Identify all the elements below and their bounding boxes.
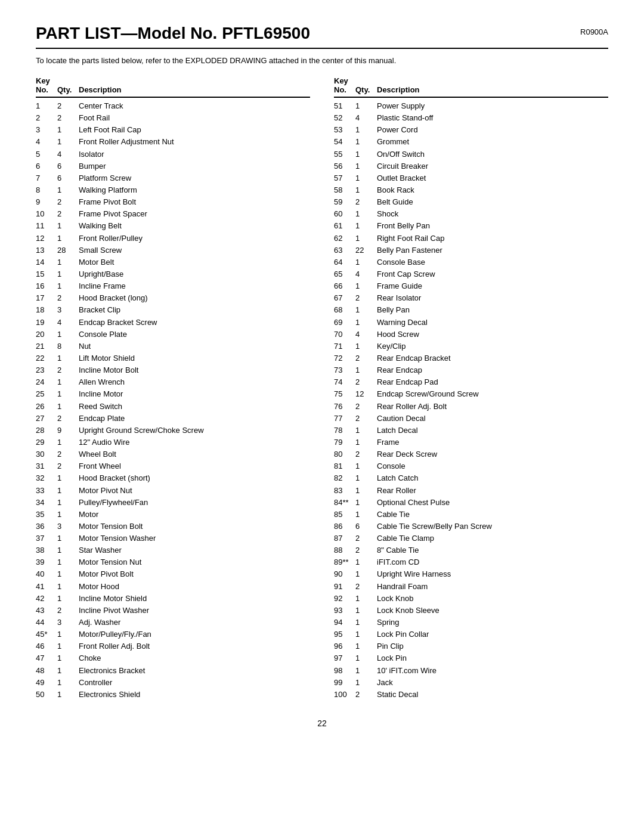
part-desc: Foot Rail bbox=[79, 112, 310, 124]
list-item: 872Cable Tie Clamp bbox=[334, 532, 608, 544]
part-desc: Power Cord bbox=[377, 124, 608, 136]
list-item: 581Book Rack bbox=[334, 184, 608, 196]
part-qty: 1 bbox=[355, 665, 377, 677]
part-qty: 6 bbox=[57, 160, 79, 172]
left-col-header: Key bbox=[36, 76, 310, 85]
right-column: Key No. Qty. Description 511Power Supply… bbox=[334, 76, 608, 701]
list-item: 183Bracket Clip bbox=[36, 304, 310, 316]
part-qty: 1 bbox=[355, 317, 377, 329]
list-item: 802Rear Deck Screw bbox=[334, 448, 608, 460]
list-item: 312Front Wheel bbox=[36, 460, 310, 472]
part-qty: 1 bbox=[355, 220, 377, 232]
part-qty: 1 bbox=[355, 677, 377, 689]
part-no: 57 bbox=[334, 172, 355, 184]
part-no: 20 bbox=[36, 329, 57, 340]
part-qty: 1 bbox=[355, 233, 377, 244]
part-desc: Static Decal bbox=[377, 689, 608, 701]
part-no: 97 bbox=[334, 652, 355, 664]
part-qty: 9 bbox=[57, 425, 79, 436]
part-no: 11 bbox=[36, 220, 57, 232]
part-no: 100 bbox=[334, 689, 355, 701]
part-qty: 1 bbox=[57, 268, 79, 280]
part-qty: 1 bbox=[355, 172, 377, 184]
part-qty: 2 bbox=[355, 196, 377, 208]
list-item: 351Motor bbox=[36, 509, 310, 521]
part-no: 12 bbox=[36, 233, 57, 244]
part-qty: 1 bbox=[355, 617, 377, 628]
part-no: 67 bbox=[334, 292, 355, 304]
part-desc: Pin Clip bbox=[377, 640, 608, 652]
part-no: 31 bbox=[36, 460, 57, 472]
part-qty: 1 bbox=[355, 436, 377, 448]
part-qty: 2 bbox=[355, 532, 377, 544]
list-item: 781Latch Decal bbox=[334, 425, 608, 436]
part-no: 21 bbox=[36, 340, 57, 352]
part-desc: Incline Pivot Washer bbox=[79, 605, 310, 617]
list-item: 218Nut bbox=[36, 340, 310, 352]
part-desc: 12" Audio Wire bbox=[79, 436, 310, 448]
list-item: 443Adj. Washer bbox=[36, 617, 310, 628]
list-item: 41Front Roller Adjustment Nut bbox=[36, 136, 310, 148]
list-item: 7512Endcap Screw/Ground Screw bbox=[334, 388, 608, 400]
part-desc: Front Belly Pan bbox=[377, 220, 608, 232]
part-no: 5 bbox=[36, 148, 57, 160]
part-no: 60 bbox=[334, 208, 355, 220]
part-no: 55 bbox=[334, 148, 355, 160]
part-desc: Lock Knob Sleeve bbox=[377, 605, 608, 617]
part-qty: 1 bbox=[57, 376, 79, 388]
part-qty: 2 bbox=[57, 112, 79, 124]
part-qty: 1 bbox=[57, 532, 79, 544]
part-desc: Incline Motor Bolt bbox=[79, 364, 310, 376]
part-no: 42 bbox=[36, 593, 57, 605]
part-desc: Platform Screw bbox=[79, 172, 310, 184]
list-item: 29112" Audio Wire bbox=[36, 436, 310, 448]
part-desc: Cable Tie Screw/Belly Pan Screw bbox=[377, 521, 608, 532]
part-qty: 1 bbox=[57, 388, 79, 400]
part-no: 28 bbox=[36, 425, 57, 436]
list-item: 8828" Cable Tie bbox=[334, 544, 608, 556]
key-label-left: Key bbox=[36, 76, 50, 85]
part-qty: 1 bbox=[355, 340, 377, 352]
part-qty: 1 bbox=[355, 628, 377, 640]
list-item: 621Right Foot Rail Cap bbox=[334, 233, 608, 244]
part-qty: 1 bbox=[57, 628, 79, 640]
part-no: 54 bbox=[334, 136, 355, 148]
list-item: 1002Static Decal bbox=[334, 689, 608, 701]
part-qty: 1 bbox=[355, 100, 377, 112]
part-no: 32 bbox=[36, 472, 57, 484]
part-desc: Motor Tension Nut bbox=[79, 556, 310, 568]
part-desc: Latch Catch bbox=[377, 472, 608, 484]
part-no: 13 bbox=[36, 244, 57, 256]
part-qty: 2 bbox=[57, 364, 79, 376]
part-desc: Cable Tie Clamp bbox=[377, 532, 608, 544]
part-no: 37 bbox=[36, 532, 57, 544]
part-no: 19 bbox=[36, 317, 57, 329]
page-header: PART LIST—Model No. PFTL69500 R0900A bbox=[36, 24, 608, 49]
part-qty: 1 bbox=[57, 689, 79, 701]
part-desc: Power Supply bbox=[377, 100, 608, 112]
part-desc: Book Rack bbox=[377, 184, 608, 196]
part-desc: Motor Pivot Bolt bbox=[79, 568, 310, 580]
part-no: 17 bbox=[36, 292, 57, 304]
part-desc: Console Base bbox=[377, 256, 608, 268]
part-desc: Motor/Pulley/Fly./Fan bbox=[79, 628, 310, 640]
part-no: 62 bbox=[334, 233, 355, 244]
list-item: 641Console Base bbox=[334, 256, 608, 268]
part-desc: Front Roller/Pulley bbox=[79, 233, 310, 244]
right-col-subheader: No. Qty. Description bbox=[334, 85, 608, 98]
part-no: 89** bbox=[334, 556, 355, 568]
list-item: 81Walking Platform bbox=[36, 184, 310, 196]
left-column: Key No. Qty. Description 12Center Track2… bbox=[36, 76, 310, 701]
part-desc: Front Roller Adjustment Nut bbox=[79, 136, 310, 148]
part-qty: 1 bbox=[355, 568, 377, 580]
part-qty: 1 bbox=[57, 136, 79, 148]
part-qty: 1 bbox=[57, 256, 79, 268]
part-qty: 22 bbox=[355, 244, 377, 256]
list-item: 941Spring bbox=[334, 617, 608, 628]
part-no: 29 bbox=[36, 436, 57, 448]
part-no: 30 bbox=[36, 448, 57, 460]
part-desc: Isolator bbox=[79, 148, 310, 160]
list-item: 921Lock Knob bbox=[334, 593, 608, 605]
part-desc: Right Foot Rail Cap bbox=[377, 233, 608, 244]
part-no: 27 bbox=[36, 413, 57, 425]
